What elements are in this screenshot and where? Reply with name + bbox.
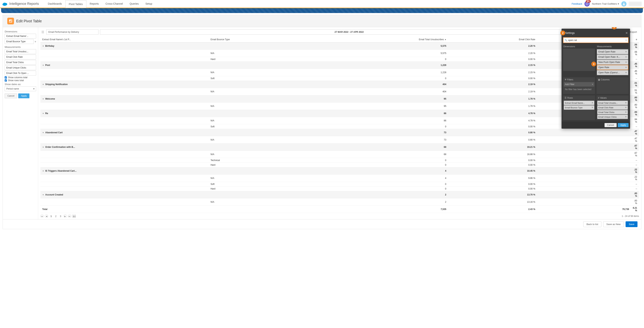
pager-summary: 1 - 24 of 58 items xyxy=(622,215,639,218)
date-range-picker[interactable]: 27 MAR 2022 - 27 APR 2022 xyxy=(100,30,598,34)
main-content: Email Performance by Delivery 27 MAR 202… xyxy=(38,27,641,219)
app-title: Intelligence Reports xyxy=(9,2,39,6)
table-row: Soft00.00 %-- xyxy=(40,124,639,129)
table-group-row[interactable]: ▼Welcome951.78 %.60 % xyxy=(40,95,639,102)
rows-box: ☰Rows Extract Email Name...✕Email Bounce… xyxy=(563,96,595,120)
add-filter-button[interactable]: Add Filter+ xyxy=(564,82,594,86)
close-icon[interactable]: ✕ xyxy=(626,31,628,35)
tab-pivot-tables[interactable]: Pivot Tables xyxy=(65,0,86,8)
measurement-result-item[interactable]: Open Rate+ xyxy=(597,65,628,70)
measurement-result-item[interactable]: Open Rate (Opens/...+ xyxy=(597,70,628,75)
table-group-row[interactable]: ▼Shipping Notification4042.19 %.51 % xyxy=(40,81,639,88)
filters-box: ⧩Filters Add Filter+ No filter has been … xyxy=(563,77,595,94)
settings-apply-button[interactable]: Apply xyxy=(618,123,628,127)
plus-icon[interactable]: + xyxy=(626,66,627,69)
tab-cross-channel[interactable]: Cross-Channel xyxy=(102,0,126,8)
column-header-partial[interactable]: e xyxy=(631,37,639,42)
sidebar-apply-button[interactable]: Apply xyxy=(18,94,30,98)
show-columns-total-checkbox[interactable] xyxy=(5,76,7,78)
tab-setup[interactable]: Setup xyxy=(142,0,156,8)
notification-icon[interactable]: 99+ xyxy=(584,1,590,6)
remove-icon[interactable]: ✕ xyxy=(625,116,627,118)
back-to-list-button[interactable]: Back to list xyxy=(583,221,602,227)
measurement-chip[interactable]: Email Total Unsubsc... xyxy=(5,49,36,54)
remove-icon[interactable]: ✕ xyxy=(625,111,627,113)
value-tag[interactable]: Email Total Unsubs...✕ xyxy=(597,101,628,105)
collapse-icon[interactable]: ▼ xyxy=(42,170,44,172)
plus-icon[interactable]: + xyxy=(626,71,627,74)
show-dates-select[interactable]: Period name▾ xyxy=(5,86,36,91)
measurement-result-item[interactable]: Email Open Rate+ xyxy=(597,49,628,54)
table-group-row[interactable]: ▼Abandoned Cart730.80 %.47 % xyxy=(40,129,639,136)
collapse-icon[interactable]: ▼ xyxy=(42,98,44,100)
pager-prev-button[interactable]: ◀ xyxy=(45,214,48,218)
pager-pause-button[interactable]: ❚❚ xyxy=(72,214,76,218)
org-picker[interactable]: Northern Trail Outfitters ▾ xyxy=(592,2,619,5)
sort-desc-icon: ▼ xyxy=(445,39,446,40)
callout-2: 2 xyxy=(560,30,565,35)
collapse-icon[interactable]: ▼ xyxy=(42,45,44,47)
column-header[interactable]: Extract Email Name's 1st P... xyxy=(40,37,209,42)
redacted-area xyxy=(629,2,642,6)
pager-last-button[interactable]: ⏭ xyxy=(68,214,71,218)
collapse-icon[interactable]: ▼ xyxy=(42,132,44,134)
feedback-link[interactable]: Feedback xyxy=(572,2,582,5)
plus-icon[interactable]: + xyxy=(626,61,627,64)
tab-queries[interactable]: Queries xyxy=(126,0,142,8)
show-rows-total-checkbox[interactable] xyxy=(5,79,7,82)
row-tag[interactable]: Extract Email Name...✕ xyxy=(564,101,594,105)
column-header[interactable]: Email Total Unsubscribes▼ xyxy=(310,37,448,42)
measurement-chip[interactable]: Email Unique Clicks xyxy=(5,65,36,70)
table-group-row[interactable]: ▼Order Confirmation with B...6819.21 %.6… xyxy=(40,144,639,151)
measurement-result-item[interactable]: Email Open Rate- K...+ xyxy=(597,54,628,60)
collapse-icon[interactable]: ▼ xyxy=(42,146,44,148)
notification-badge: 99+ xyxy=(586,0,591,2)
user-avatar[interactable] xyxy=(621,1,626,6)
settings-cancel-button[interactable]: Cancel xyxy=(604,123,617,127)
pager-first-button[interactable]: ⏮ xyxy=(40,214,44,218)
pager-page[interactable]: 2 xyxy=(54,215,58,218)
remove-icon[interactable]: ✕ xyxy=(592,106,593,109)
collapse-icon[interactable]: ▼ xyxy=(42,64,44,66)
plus-icon[interactable]: + xyxy=(626,56,627,58)
measurement-chip[interactable]: Email Click To Open ... xyxy=(5,71,36,76)
row-tag[interactable]: Email Bounce Type✕ xyxy=(564,105,594,110)
save-button[interactable]: Save xyxy=(626,221,638,227)
table-group-row[interactable]: ▼Account Created213.70 %.83 % xyxy=(40,191,639,198)
remove-icon[interactable]: ✕ xyxy=(625,106,627,109)
plus-icon[interactable]: + xyxy=(626,50,627,53)
value-tag[interactable]: Email Total Clicks✕ xyxy=(597,110,628,114)
list-view-icon[interactable] xyxy=(40,30,45,34)
dimension-chip[interactable]: Extract Email Name'... xyxy=(5,34,36,38)
tab-reports[interactable]: Reports xyxy=(86,0,102,8)
clear-search-icon[interactable]: ✕ xyxy=(625,39,627,42)
remove-icon[interactable]: ✕ xyxy=(625,102,627,104)
page-title: Edit Pivot Table xyxy=(16,19,42,23)
value-tag[interactable]: Email Click Rate✕ xyxy=(597,105,628,110)
column-header[interactable]: Email Click Rate xyxy=(448,37,537,42)
settings-search-input[interactable] xyxy=(567,38,625,42)
measurement-chip[interactable]: Email Total Clicks xyxy=(5,60,36,65)
table-group-row[interactable]: ▼Birthday5,5752.20 %.56 % xyxy=(40,42,639,50)
value-tag[interactable]: Email Unique Clicks✕ xyxy=(597,115,628,119)
collapse-icon[interactable]: ▼ xyxy=(42,84,44,86)
save-as-new-button[interactable]: Save as New xyxy=(603,221,624,227)
table-group-row[interactable]: ▼Re864.78 %.94 % xyxy=(40,110,639,117)
collapse-icon[interactable]: ▼ xyxy=(42,194,44,196)
filter-icon[interactable]: ⧩ xyxy=(34,40,36,43)
table-group-row[interactable]: ▼Post1,2282.15 %.45 % xyxy=(40,62,639,69)
tab-dashboards[interactable]: Dashboards xyxy=(44,0,65,8)
table-group-row[interactable]: ▼IS Triggers Abandoned Cart...410.45 %.2… xyxy=(40,167,639,174)
dimension-chip[interactable]: Email Bounce Type xyxy=(5,39,34,44)
column-header[interactable]: Email Bounce Type xyxy=(209,37,310,42)
pager-page[interactable]: 3 xyxy=(59,215,62,218)
measurement-chip[interactable]: Email Click Rate xyxy=(5,54,36,60)
collapse-icon[interactable]: ▼ xyxy=(42,112,44,114)
report-name-input[interactable]: Email Performance by Delivery xyxy=(46,30,98,34)
pager-next-button[interactable]: ▶ xyxy=(64,214,67,218)
remove-icon[interactable]: ✕ xyxy=(592,102,593,104)
rows-icon: ☰ xyxy=(564,96,566,99)
sidebar-cancel-button[interactable]: Cancel xyxy=(5,94,17,98)
measurement-result-item[interactable]: New Push Open Rate+ xyxy=(597,60,628,64)
pager-page[interactable]: 1 xyxy=(49,215,53,218)
